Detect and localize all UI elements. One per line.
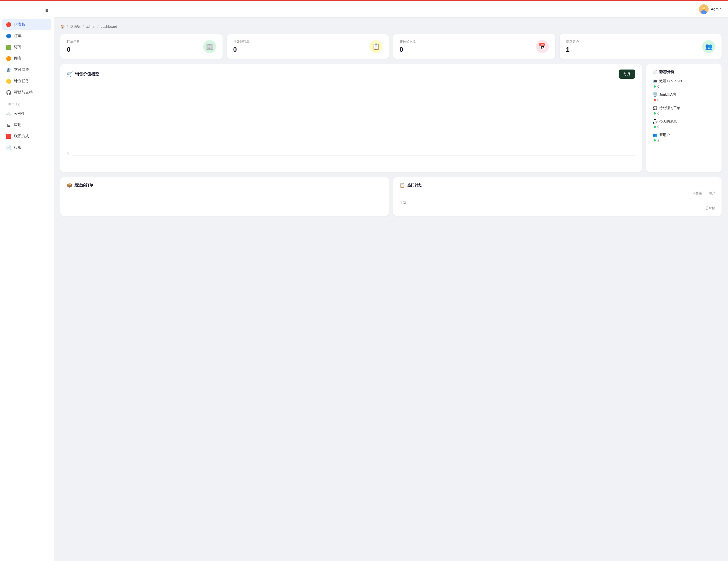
analysis-item-3: 💬 今天的消息 0 [653,119,715,129]
stat-value: 0 [67,46,80,53]
analysis-count-value: 2 [657,138,659,142]
analysis-item-label: 待处理的工单 [659,106,680,110]
breadcrumb: 🏠 / 仪表板 / admin / dashboard [60,24,722,29]
main-content: Admin 🏠 / 仪表板 / admin / dashboard 订单总数 0 [54,1,728,561]
stat-icon-support: 📅 [536,40,549,53]
stat-card-open-support: 开放式支撑 0 📅 [393,34,555,59]
analysis-count: 0 [653,85,715,88]
sidebar-item-dashboard[interactable]: 🔴 仪表板 [2,19,51,30]
stats-grid: 订单总数 0 🏢 待处理订单 0 📋 开放式支撑 0 [60,34,722,59]
sidebar-item-label: 订阅 [14,45,22,50]
analysis-item-label: Junk云API [659,92,676,97]
analysis-title: 📈 静态分析 [653,70,715,74]
stat-value: 0 [400,46,416,53]
plans-table-header: 销售量 用户 [400,191,715,198]
plans-card-title: 📋 热门计划 [400,183,715,188]
sidebar-item-contacts[interactable]: 🟥 联系方式 [2,131,51,142]
sidebar-item-label: 应用 [14,123,22,127]
stat-label: 订单总数 [67,40,80,44]
sidebar-item-label: 订单 [14,33,22,38]
contacts-icon: 🟥 [6,134,11,139]
sidebar-item-label: 云API [14,111,24,116]
sales-header: 🛒 销售价值概览 每月 [67,70,635,79]
plans-card: 📋 热门计划 销售量 用户 计划 总金额 [393,177,722,216]
sidebar-item-templates[interactable]: 📄 模板 [2,142,51,153]
stat-icon-pending: 📋 [369,40,382,53]
content-area: 🏠 / 仪表板 / admin / dashboard 订单总数 0 🏢 [54,18,728,222]
stat-info: 待处理订单 0 [233,40,249,53]
svg-point-3 [702,7,705,9]
sidebar-item-customers[interactable]: 🟠 顾客 [2,53,51,64]
breadcrumb-item1: 仪表板 [70,24,81,29]
sidebar-item-help[interactable]: 🎧 帮助与支持 [2,87,51,98]
sales-cart-icon: 🛒 [67,71,73,77]
sidebar-dots: ... [5,8,12,14]
apps-icon: ⊞ [6,122,11,128]
sidebar-item-label: 顾客 [14,56,22,61]
plans-card-icon: 📋 [400,183,405,188]
chart-zero: 0 [67,152,69,156]
analysis-item-header: 🎧 待处理的工单 [653,106,715,110]
stat-value: 0 [233,46,249,53]
stat-card-active-customers: 活跃客户 1 👥 [560,34,722,59]
stat-value: 1 [566,46,579,53]
sidebar-item-label: 帮助与支持 [14,90,33,95]
sidebar-item-subscriptions[interactable]: 🟩 订阅 [2,42,51,53]
plans-col-sales: 销售量 [692,191,702,196]
bottom-section: 📦 最近的订单 📋 热门计划 销售量 用户 计划 总金额 [60,177,722,216]
analysis-item-2: 🎧 待处理的工单 0 [653,106,715,115]
dot-green [654,112,656,115]
message-a-icon: 💬 [653,119,658,124]
templates-icon: 📄 [6,145,11,150]
breadcrumb-home-icon: 🏠 [60,25,65,29]
dashboard-icon: 🔴 [6,22,11,27]
sidebar-item-cloudapi[interactable]: ☁️ 云API [2,108,51,119]
stat-label: 开放式支撑 [400,40,416,44]
stat-card-pending-orders: 待处理订单 0 📋 [227,34,389,59]
breadcrumb-sep3: / [98,25,99,29]
stat-label: 活跃客户 [566,40,579,44]
monthly-button[interactable]: 每月 [619,70,635,79]
sidebar-item-label: 联系方式 [14,134,29,139]
sidebar-item-orders[interactable]: 🔵 订单 [2,30,51,41]
sidebar-nav: 🔴 仪表板 🔵 订单 🟩 订阅 🟠 顾客 🏦 支付网关 🟡 计划任务 [0,19,54,153]
analysis-count-value: 0 [657,98,659,102]
customers-icon: 🟠 [6,56,11,61]
analysis-item-header: 💻 激活 CloudAPI [653,79,715,84]
analysis-item-label: 今天的消息 [659,119,677,124]
breadcrumb-sep2: / [83,25,84,29]
cloudapi-a-icon: 💻 [653,79,658,84]
sales-card: 🛒 销售价值概览 每月 0 [60,64,642,172]
tasks-icon: 🟡 [6,78,11,84]
orders-card-icon: 📦 [67,183,72,188]
analysis-item-4: 👥 新用户 2 [653,133,715,142]
user-info[interactable]: Admin [699,4,722,14]
junk-a-icon: 🗑️ [653,92,658,97]
main-header: Admin [54,1,728,18]
cloudapi-icon: ☁️ [6,111,11,116]
analysis-count-value: 0 [657,85,659,88]
sidebar-item-label: 计划任务 [14,79,29,84]
breadcrumb-sep1: / [67,25,68,29]
sidebar-item-payment[interactable]: 🏦 支付网关 [2,64,51,75]
sidebar-item-label: 仪表板 [14,22,25,27]
newuser-a-icon: 👥 [653,133,658,137]
plans-col-plan: 计划 [400,198,715,205]
user-name: Admin [711,7,722,11]
subscriptions-icon: 🟩 [6,44,11,50]
orders-icon: 🔵 [6,33,11,39]
analysis-count: 2 [653,138,715,142]
menu-toggle-icon[interactable]: ≡ [45,8,48,13]
sidebar-item-apps[interactable]: ⊞ 应用 [2,120,51,130]
dot-red [654,99,656,101]
sidebar-item-tasks[interactable]: 🟡 计划任务 [2,76,51,86]
dot-green [654,139,656,141]
plans-card-title-text: 热门计划 [407,183,422,188]
analysis-item-header: 👥 新用户 [653,133,715,137]
dot-green [654,126,656,128]
analysis-count-value: 0 [657,125,659,129]
section-label-user-logs: 用户日志 [2,98,51,108]
sales-title-text: 销售价值概览 [75,72,99,77]
analysis-count: 0 [653,98,715,102]
plans-total-label: 总金额 [400,205,715,210]
